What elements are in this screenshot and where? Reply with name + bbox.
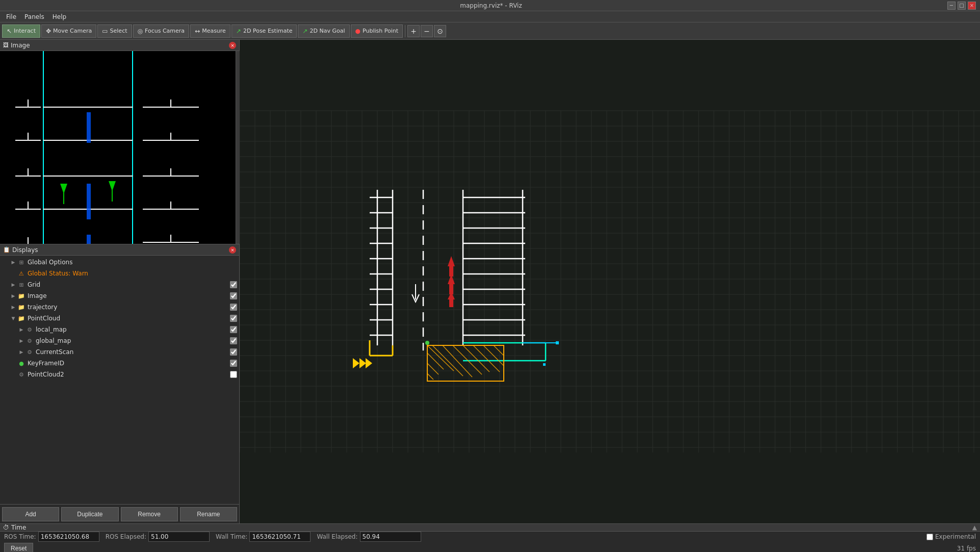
interact-icon: ↖ (7, 28, 12, 35)
global-map-checkbox[interactable] (230, 337, 237, 344)
svg-rect-27 (87, 112, 91, 143)
add-button[interactable]: Add (2, 507, 59, 521)
publish-point-button[interactable]: ● Publish Point (351, 24, 403, 38)
focus-camera-button[interactable]: ◎ Focus Camera (133, 24, 190, 38)
close-button[interactable]: × (968, 2, 976, 10)
menu-panels[interactable]: Panels (20, 12, 48, 21)
wall-elapsed-value: 50.94 (360, 532, 421, 542)
display-item-keyframe-id[interactable]: ● KeyFrameID (0, 358, 239, 369)
duplicate-button[interactable]: Duplicate (61, 507, 118, 521)
image-panel-close[interactable]: × (229, 42, 236, 49)
svg-point-124 (425, 341, 429, 345)
svg-rect-142 (449, 299, 453, 307)
titlebar-title: mapping.rviz* - RViz (35, 2, 947, 9)
display-item-global-options[interactable]: ▶ ⊞ Global Options (0, 257, 239, 268)
pointcloud2-checkbox[interactable] (230, 371, 237, 378)
svg-rect-28 (87, 184, 91, 219)
rename-button[interactable]: Rename (180, 507, 237, 521)
ros-elapsed-label: ROS Elapsed: (106, 533, 146, 540)
display-item-pointcloud[interactable]: ▼ 📁 PointCloud (0, 313, 239, 324)
local-map-icon: ⚙ (25, 325, 34, 334)
trajectory-label: trajectory (28, 304, 230, 311)
time-content: ROS Time: 1653621050.68 ROS Elapsed: 51.… (0, 532, 980, 542)
displays-close-button[interactable]: × (229, 246, 236, 254)
display-item-global-map[interactable]: ▶ ⚙ global_map (0, 335, 239, 346)
ros-elapsed-value: 51.00 (148, 532, 210, 542)
pose-estimate-icon: ↗ (236, 28, 241, 35)
trajectory-checkbox[interactable] (230, 304, 237, 311)
pose-estimate-button[interactable]: ↗ 2D Pose Estimate (231, 24, 297, 38)
nav-goal-icon: ↗ (302, 28, 307, 35)
fps-display: 31 fps (957, 545, 976, 552)
svg-rect-147 (556, 341, 559, 344)
current-scan-label: CurrentScan (36, 348, 230, 356)
3d-view[interactable] (240, 40, 980, 523)
image-checkbox[interactable] (230, 292, 237, 299)
global-map-label: global_map (36, 337, 230, 344)
zoom-reset-button[interactable]: ⊙ (434, 25, 446, 37)
interact-button[interactable]: ↖ Interact (2, 24, 40, 38)
expand-arrow-pointcloud: ▼ (10, 315, 16, 321)
remove-button[interactable]: Remove (121, 507, 178, 521)
expand-arrow-current-scan: ▶ (18, 349, 24, 355)
titlebar: mapping.rviz* - RViz − □ × (0, 0, 980, 11)
image-panel-title: 🖼 Image (3, 42, 30, 49)
pointcloud2-icon: ⚙ (17, 370, 25, 379)
local-map-label: local_map (36, 326, 230, 333)
nav-goal-button[interactable]: ↗ 2D Nav Goal (298, 24, 349, 38)
publish-point-icon: ● (355, 28, 360, 35)
grid-label: Grid (28, 281, 230, 288)
toolbar: ↖ Interact ✥ Move Camera ▭ Select ◎ Focu… (0, 22, 980, 40)
toolbar-separator (405, 25, 405, 37)
display-item-image[interactable]: ▶ 📁 Image (0, 290, 239, 302)
wall-time-group: Wall Time: 1653621050.71 (216, 532, 311, 542)
displays-list: ▶ ⊞ Global Options ⚠ Global Status: Warn… (0, 256, 239, 504)
wall-time-value: 1653621050.71 (249, 532, 311, 542)
image-canvas (0, 51, 240, 244)
time-title: Time (11, 524, 26, 531)
wall-time-label: Wall Time: (216, 533, 247, 540)
display-item-current-scan[interactable]: ▶ ⚙ CurrentScan (0, 346, 239, 358)
titlebar-controls[interactable]: − □ × (947, 2, 976, 10)
display-item-pointcloud2[interactable]: ⚙ PointCloud2 (0, 369, 239, 380)
local-map-checkbox[interactable] (230, 326, 237, 333)
pointcloud-checkbox[interactable] (230, 315, 237, 322)
display-item-local-map[interactable]: ▶ ⚙ local_map (0, 324, 239, 335)
menu-file[interactable]: File (2, 12, 20, 21)
time-header: ⏱ Time ▲ (0, 524, 980, 532)
current-scan-checkbox[interactable] (230, 348, 237, 356)
minimize-button[interactable]: − (947, 2, 956, 10)
pointcloud-icon: 📁 (17, 314, 25, 322)
menu-help[interactable]: Help (48, 12, 70, 21)
image-panel: 🖼 Image × (0, 40, 239, 244)
measure-button[interactable]: ↔ Measure (190, 24, 230, 38)
display-item-global-status[interactable]: ⚠ Global Status: Warn (0, 268, 239, 279)
display-item-trajectory[interactable]: ▶ 📁 trajectory (0, 302, 239, 313)
maximize-button[interactable]: □ (958, 2, 966, 10)
displays-header: 📋 Displays × (0, 244, 239, 256)
global-map-icon: ⚙ (25, 337, 34, 345)
zoom-out-button[interactable]: − (421, 25, 433, 37)
move-camera-button[interactable]: ✥ Move Camera (41, 24, 96, 38)
image-resize-handle[interactable] (236, 51, 240, 244)
image-panel-header: 🖼 Image × (0, 40, 239, 51)
main-content: 🖼 Image × (0, 40, 980, 523)
menubar: File Panels Help (0, 11, 980, 22)
ros-elapsed-group: ROS Elapsed: 51.00 (106, 532, 210, 542)
experimental-label: Experimental (935, 533, 976, 540)
image-display-icon: 📁 (17, 292, 25, 300)
reset-button[interactable]: Reset (4, 543, 33, 552)
grid-checkbox[interactable] (230, 281, 237, 288)
expand-arrow-trajectory: ▶ (10, 304, 16, 310)
select-button[interactable]: ▭ Select (97, 24, 132, 38)
global-status-label: Global Status: Warn (28, 270, 237, 277)
display-item-grid[interactable]: ▶ ⊞ Grid (0, 279, 239, 290)
zoom-in-button[interactable]: + (407, 25, 420, 37)
svg-rect-29 (87, 235, 91, 244)
keyframe-icon: ● (17, 359, 25, 367)
keyframe-checkbox[interactable] (230, 360, 237, 367)
time-expand-icon[interactable]: ▲ (972, 524, 977, 531)
experimental-checkbox[interactable] (926, 534, 933, 540)
select-icon: ▭ (102, 28, 108, 35)
wall-elapsed-group: Wall Elapsed: 50.94 (317, 532, 421, 542)
